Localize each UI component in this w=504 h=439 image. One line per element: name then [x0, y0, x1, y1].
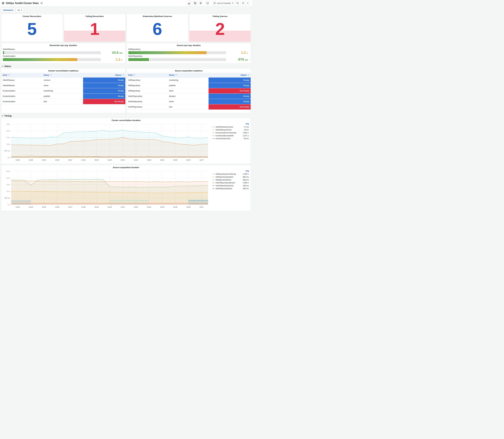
panel-title[interactable]: Cluster Reconcilers	[1, 14, 62, 18]
series-name: HelmRelease/contour	[216, 126, 243, 128]
gauge-fill	[3, 51, 4, 54]
gauge-label: Kustomization	[3, 55, 124, 57]
panel-title[interactable]: Reconciler ops avg. duration	[1, 43, 125, 48]
section-row-status[interactable]: Status	[1, 63, 251, 68]
column-header-kind[interactable]: Kind	[1, 73, 42, 77]
add-panel-button[interactable]	[187, 1, 192, 5]
svg-text:16:00: 16:00	[108, 206, 112, 208]
cell-kind: Kustomization	[1, 94, 42, 99]
cell-kind: GitRepository	[127, 83, 168, 88]
dashboard-settings-button[interactable]	[198, 1, 203, 5]
panel-title[interactable]: Cluster reconciliation duration	[3, 118, 249, 122]
share-icon[interactable]	[40, 2, 43, 4]
legend-item[interactable]: GitRepository/monitoring1.594 s	[212, 172, 249, 175]
series-avg-value: 71 ms	[244, 126, 249, 128]
panel-title[interactable]: Failing Sources	[189, 14, 251, 18]
refresh-button[interactable]	[241, 1, 246, 5]
column-header-kind[interactable]: Kind	[127, 73, 168, 77]
panel-title[interactable]: Source ops avg. duration	[127, 43, 251, 48]
svg-text:15:58: 15:58	[81, 206, 86, 208]
legend-avg-header: avg	[212, 170, 249, 172]
column-header-name[interactable]: Name	[42, 73, 83, 77]
panel-title[interactable]: Source acquisition readiness	[127, 69, 251, 73]
status-row: Cluster reconciliation readiness Kind Na…	[1, 68, 251, 113]
clock-icon	[213, 2, 216, 4]
series-avg-value: 108 ms	[243, 185, 249, 187]
gauge-fill	[128, 58, 149, 61]
dashboard-body: namespace All Cluster Reconcilers 5 Fail…	[0, 6, 252, 212]
series-color-mark	[212, 180, 215, 180]
column-header-status[interactable]: Status	[209, 73, 251, 77]
series-name: HelmRepository/test	[216, 188, 242, 190]
svg-text:15:59: 15:59	[94, 159, 99, 161]
series-name: Kustomization/test	[216, 137, 243, 140]
legend-item[interactable]: HelmRelease/minio16 ms	[212, 128, 249, 131]
gauge-fill	[3, 58, 77, 61]
stat-panel-cluster-reconcilers: Cluster Reconcilers 5	[1, 14, 63, 42]
stat-panel-failing-reconcilers: Failing Reconcilers 1	[64, 14, 125, 42]
cell-name: test	[168, 104, 209, 110]
series-avg-value: 980 ms	[243, 176, 249, 178]
column-header-status[interactable]: Status	[83, 73, 125, 77]
series-avg-value: 84 ms	[244, 137, 249, 140]
table-header-row: Kind Name Status	[127, 73, 251, 77]
filter-funnel-icon	[134, 74, 135, 76]
variable-namespace-label[interactable]: namespace	[1, 8, 15, 12]
cell-kind: HelmRelease	[1, 83, 42, 88]
time-series-plot[interactable]: 0 s500 ms1.0 s1.5 s2.0 s2.5 s15:5315:541…	[3, 122, 210, 162]
legend-item[interactable]: Kustomization/monitoring1.605 s	[212, 131, 249, 134]
refresh-interval-button[interactable]	[246, 1, 250, 5]
panel-title[interactable]: Failing Reconcilers	[64, 14, 125, 18]
cell-name: podinfo	[42, 94, 83, 99]
legend-item[interactable]: GitRepository/test2338 ms	[212, 178, 249, 181]
series-color-mark	[212, 133, 215, 133]
legend-item[interactable]: GitRepository/podinfo980 ms	[212, 175, 249, 178]
time-range-picker[interactable]: Last 15 minutes	[212, 1, 234, 5]
zoom-out-button[interactable]	[235, 1, 240, 5]
gauge-label: HelmRepository	[128, 55, 249, 57]
cycle-view-button[interactable]	[205, 1, 210, 5]
svg-text:15:55: 15:55	[42, 206, 46, 208]
legend-item[interactable]: HelmRepository/test289 ms	[212, 187, 249, 190]
apps-icon[interactable]	[2, 2, 4, 4]
tv-icon	[206, 2, 209, 4]
legend-item[interactable]: HelmRepository/bitnami1.695 s	[212, 181, 249, 184]
panel-title[interactable]: Source acquisition duration	[3, 165, 249, 170]
chevron-down-icon	[1, 115, 3, 116]
gauge-track	[3, 58, 101, 61]
status-badge: Ready	[209, 83, 251, 88]
variable-namespace-value[interactable]: All	[16, 8, 24, 12]
panel-title[interactable]: Cluster reconciliation readiness	[1, 69, 125, 73]
save-dashboard-button[interactable]	[193, 1, 197, 5]
series-avg-value: 16 ms	[244, 129, 249, 131]
series-name: GitRepository/podinfo	[216, 176, 242, 178]
svg-text:500 ms: 500 ms	[4, 197, 10, 199]
svg-text:15:58: 15:58	[81, 159, 86, 161]
table-row: KustomizationtestNot Ready	[1, 99, 125, 104]
column-header-name[interactable]: Name	[168, 73, 209, 77]
gear-icon	[199, 2, 202, 4]
series-name: HelmRepository/minio	[216, 185, 242, 187]
time-series-plot[interactable]: 0 s500 ms1.0 s1.5 s2.0 s2.5 s15:5315:541…	[3, 170, 210, 209]
legend-item[interactable]: HelmRepository/minio108 ms	[212, 184, 249, 187]
legend-item[interactable]: Kustomization/podinfo1.071 s	[212, 134, 249, 137]
legend-item[interactable]: HelmRelease/contour71 ms	[212, 125, 249, 128]
svg-text:2.5 s: 2.5 s	[6, 123, 10, 125]
svg-text:16:04: 16:04	[160, 206, 164, 208]
series-color-mark	[212, 188, 215, 189]
svg-text:16:02: 16:02	[134, 159, 138, 161]
table-row: HelmRepositorytestNot Ready	[127, 104, 251, 110]
series-name: Kustomization/podinfo	[216, 134, 242, 137]
panel-cluster-reconciliation-readiness: Cluster reconciliation readiness Kind Na…	[1, 68, 125, 113]
svg-text:15:57: 15:57	[68, 206, 72, 208]
status-badge: Ready	[209, 94, 251, 99]
series-avg-value: 1.594 s	[243, 173, 249, 175]
panel-title[interactable]: Kubernetes Manifests Sources	[127, 14, 188, 18]
status-badge: Not Ready	[83, 99, 125, 104]
section-label: Status	[4, 65, 11, 67]
legend-item[interactable]: Kustomization/test84 ms	[212, 137, 249, 140]
gauge-value: 43.6 ms	[101, 51, 124, 54]
cell-name: minio	[168, 99, 209, 104]
section-row-timing[interactable]: Timing	[1, 113, 251, 118]
panel-source-acquisition-duration: Source acquisition duration 0 s500 ms1.0…	[1, 165, 251, 211]
